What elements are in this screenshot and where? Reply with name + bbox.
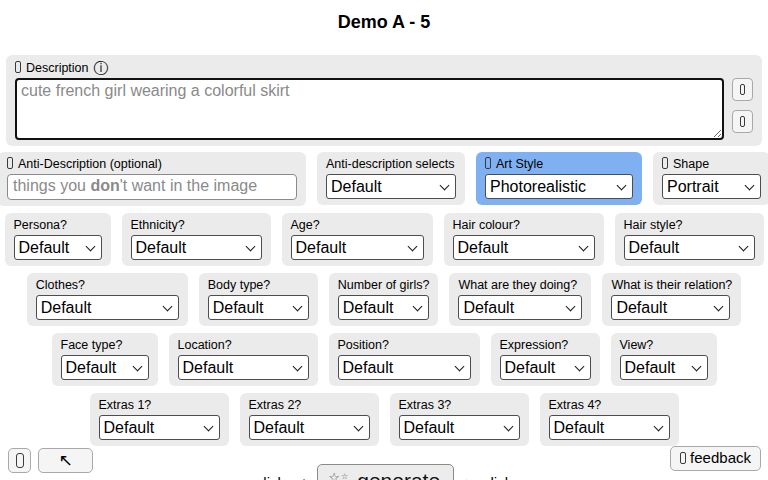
art-style-select[interactable]: Photorealistic [485, 174, 633, 199]
feedback-button[interactable]: feedback [670, 446, 761, 471]
extras-2-panel: Extras 2? Default [240, 393, 379, 446]
missing-glyph-icon [485, 157, 491, 169]
relation-select[interactable]: Default [611, 295, 730, 320]
extras-3-select[interactable]: Default [399, 415, 520, 440]
position-label: Position? [338, 338, 471, 353]
position-select[interactable]: Default [338, 355, 471, 380]
persona-panel: Persona? Default [5, 213, 111, 266]
shape-panel: Shape Portrait [653, 152, 768, 205]
extras-2-select[interactable]: Default [249, 415, 370, 440]
face-type-label: Face type? [61, 338, 149, 353]
doing-panel: What are they doing? Default [449, 273, 591, 326]
body-type-label: Body type? [208, 278, 309, 293]
face-type-panel: Face type? Default [52, 333, 158, 386]
location-select[interactable]: Default [178, 355, 309, 380]
age-select[interactable]: Default [291, 235, 424, 260]
number-of-girls-select[interactable]: Default [338, 295, 429, 320]
missing-glyph-icon [15, 61, 21, 73]
anti-description-panel: Anti-Description (optional) things you d… [0, 152, 306, 206]
age-label: Age? [291, 218, 424, 233]
extras-1-select[interactable]: Default [99, 415, 220, 440]
extras-2-label: Extras 2? [249, 398, 370, 413]
doing-label: What are they doing? [458, 278, 582, 293]
body-type-select[interactable]: Default [208, 295, 309, 320]
page-title: Demo A - 5 [0, 12, 768, 33]
anti-description-selects-label: Anti-description selects [326, 157, 456, 172]
shape-select[interactable]: Portrait [662, 174, 761, 199]
body-type-panel: Body type? Default [199, 273, 318, 326]
age-panel: Age? Default [282, 213, 433, 266]
missing-glyph-icon [740, 116, 745, 127]
art-style-panel: Art Style Photorealistic [476, 152, 642, 205]
number-of-girls-label: Number of girls? [338, 278, 430, 293]
face-type-select[interactable]: Default [61, 355, 149, 380]
description-label: Descriptionⓘ [15, 60, 753, 76]
view-panel: View? Default [611, 333, 717, 386]
clothes-select[interactable]: Default [36, 295, 179, 320]
anti-description-label: Anti-Description (optional) [18, 157, 162, 171]
expression-panel: Expression? Default [491, 333, 600, 386]
description-panel: Descriptionⓘ [6, 55, 762, 146]
corner-tool-button[interactable] [8, 448, 31, 473]
extras-4-label: Extras 4? [549, 398, 670, 413]
extras-3-panel: Extras 3? Default [390, 393, 529, 446]
scroll-top-button[interactable]: ↖ [38, 448, 93, 473]
generate-button[interactable]: ☆☆☆ generate [317, 464, 454, 480]
click-hint-left: click [256, 474, 285, 480]
right-arrow-icon: ➡ [294, 474, 308, 480]
description-textarea[interactable] [15, 78, 724, 140]
expression-select[interactable]: Default [500, 355, 591, 380]
extras-4-select[interactable]: Default [549, 415, 670, 440]
extras-4-panel: Extras 4? Default [540, 393, 679, 446]
shape-label: Shape [673, 157, 709, 171]
position-panel: Position? Default [329, 333, 480, 386]
clothes-panel: Clothes? Default [27, 273, 188, 326]
missing-glyph-icon [662, 157, 668, 169]
hair-colour-select[interactable]: Default [453, 235, 595, 260]
view-label: View? [620, 338, 708, 353]
relation-panel: What is their relation? Default [602, 273, 741, 326]
generate-button-label: generate [357, 469, 440, 480]
description-tool-button-1[interactable] [732, 78, 753, 101]
left-arrow-icon: ⬅ [463, 476, 474, 480]
info-icon[interactable]: ⓘ [94, 59, 109, 76]
north-west-arrow-icon: ↖ [58, 450, 72, 471]
missing-glyph-icon [7, 157, 13, 169]
sparkles-icon: ☆☆☆ [328, 470, 348, 480]
hair-colour-label: Hair colour? [453, 218, 595, 233]
anti-description-select[interactable]: Default [326, 174, 456, 199]
feedback-label: feedback [690, 449, 751, 466]
persona-label: Persona? [14, 218, 102, 233]
ethnicity-select[interactable]: Default [131, 235, 262, 260]
extras-1-label: Extras 1? [99, 398, 220, 413]
click-hint-right: click [483, 474, 512, 480]
hair-style-panel: Hair style? Default [615, 213, 764, 266]
view-select[interactable]: Default [620, 355, 708, 380]
missing-glyph-icon [16, 453, 24, 468]
clothes-label: Clothes? [36, 278, 179, 293]
doing-select[interactable]: Default [458, 295, 582, 320]
relation-label: What is their relation? [611, 278, 732, 293]
ethnicity-label: Ethnicity? [131, 218, 262, 233]
location-panel: Location? Default [169, 333, 318, 386]
anti-description-input[interactable]: things you don't want in the image [7, 174, 297, 200]
ethnicity-panel: Ethnicity? Default [122, 213, 271, 266]
expression-label: Expression? [500, 338, 591, 353]
hair-style-label: Hair style? [624, 218, 755, 233]
location-label: Location? [178, 338, 309, 353]
hair-colour-panel: Hair colour? Default [444, 213, 604, 266]
missing-glyph-icon [740, 84, 745, 95]
hair-style-select[interactable]: Default [624, 235, 755, 260]
art-style-label: Art Style [496, 157, 543, 171]
extras-3-label: Extras 3? [399, 398, 520, 413]
extras-1-panel: Extras 1? Default [90, 393, 229, 446]
description-tool-button-2[interactable] [732, 110, 753, 133]
persona-select[interactable]: Default [14, 235, 102, 260]
anti-description-selects-panel: Anti-description selects Default [317, 152, 465, 205]
number-of-girls-panel: Number of girls? Default [329, 273, 439, 326]
missing-glyph-icon [680, 452, 686, 464]
